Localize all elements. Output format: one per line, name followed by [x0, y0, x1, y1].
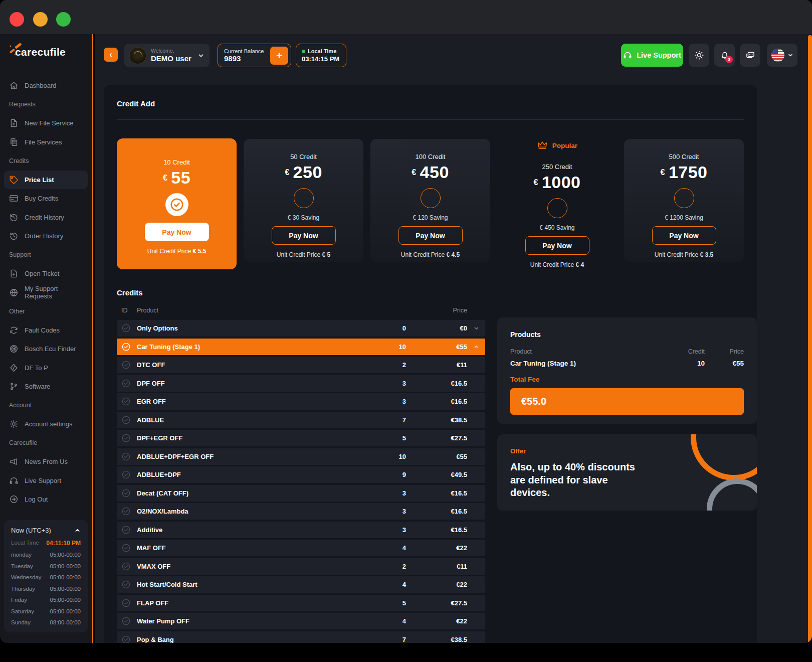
chevron-up-icon[interactable]: [74, 527, 81, 534]
nav-section-support: Support: [0, 246, 92, 265]
schedule-day: Friday: [11, 597, 27, 603]
sidebar-item-software[interactable]: Software: [0, 377, 92, 396]
sidebar-item-order-history[interactable]: Order History: [0, 227, 92, 246]
schedule-local-time-row: Local Time 04:11:10 PM: [11, 540, 81, 547]
credit-add-panel: Credit Add 10 Credit€55Pay NowUnit Credi…: [104, 85, 757, 643]
row-price: €38.5: [406, 636, 467, 643]
live-support-button[interactable]: Live Support: [621, 44, 683, 67]
table-row-flap-off[interactable]: FLAP OFF5€27.5: [117, 595, 485, 611]
sidebar-item-label: News From Us: [25, 458, 68, 465]
sidebar-item-bosch-ecu-finder[interactable]: Bosch Ecu Finder: [0, 340, 92, 359]
radio-circle[interactable]: [547, 198, 567, 218]
pay-now-button[interactable]: Pay Now: [652, 226, 716, 245]
radio-circle[interactable]: [674, 188, 694, 208]
page-title: Credit Add: [117, 99, 155, 108]
pay-now-button[interactable]: Pay Now: [272, 226, 336, 245]
row-product: ADBLUE: [137, 416, 361, 424]
schedule-day-row: Thursday05:00-00:00: [11, 586, 81, 592]
file-plus-icon: [9, 118, 19, 128]
summary-title: Products: [510, 330, 744, 339]
table-row-hot-start-cold-start[interactable]: Hot Start/Cold Start4€22: [117, 576, 485, 593]
schedule-hours: 05:00-00:00: [50, 552, 81, 558]
sidebar-collapse-button[interactable]: ‹: [104, 48, 118, 62]
language-selector[interactable]: [767, 44, 797, 67]
plan-saving: € 120 Saving: [413, 214, 448, 221]
row-product: Water Pump OFF: [137, 617, 361, 625]
table-row-egr-off[interactable]: EGR OFF3€16.5: [117, 393, 485, 410]
sidebar-item-df-to-p[interactable]: DF To P: [0, 359, 92, 378]
sidebar-item-dashboard[interactable]: Dashboard: [0, 76, 92, 95]
row-check-icon: [121, 360, 131, 370]
credit-plan-250-credit[interactable]: Popular250 Credit€1000€ 450 SavingPay No…: [497, 130, 617, 276]
plan-credits: 500 Credit: [669, 153, 699, 160]
sidebar-item-label: DF To P: [25, 364, 48, 372]
sidebar-item-file-services[interactable]: File Services: [0, 133, 92, 152]
radio-circle[interactable]: [421, 188, 441, 208]
pay-now-button[interactable]: Pay Now: [525, 236, 589, 255]
schedule-hours: 05:00-00:00: [50, 597, 81, 603]
schedule-title: Now (UTC+3): [11, 527, 51, 534]
sidebar-item-price-list[interactable]: Price List: [4, 171, 88, 190]
plan-unit-price: Unit Credit Price € 4: [530, 261, 584, 268]
row-check-icon: [121, 507, 131, 516]
row-product: VMAX OFF: [137, 563, 361, 570]
pay-now-button[interactable]: Pay Now: [398, 226, 463, 245]
table-row-additive[interactable]: Additive3€16.5: [117, 522, 485, 538]
summary-product: Car Tuning (Stage 1): [510, 360, 670, 367]
sidebar-item-credit-history[interactable]: Credit History: [0, 208, 92, 227]
user-menu[interactable]: Welcome, DEMO user: [124, 44, 210, 67]
plan-unit-price: Unit Credit Price € 5.5: [147, 248, 206, 255]
table-row-adblue[interactable]: ADBLUE7€38.5: [117, 412, 485, 428]
table-row-adblue-dpf-egr-off[interactable]: ADBLUE+DPF+EGR OFF10€55: [117, 448, 485, 465]
table-row-vmax-off[interactable]: VMAX OFF2€11: [117, 558, 485, 575]
app-logo[interactable]: carecufile: [0, 34, 92, 70]
headset-icon: [623, 51, 632, 60]
sidebar-item-live-support[interactable]: Live Support: [0, 471, 92, 490]
plan-unit-price: Unit Credit Price € 5: [277, 251, 330, 258]
plan-saving: € 450 Saving: [539, 224, 574, 231]
row-credit: 4: [361, 544, 406, 552]
sidebar-item-label: New File Service: [25, 119, 74, 127]
sidebar-item-new-file-service[interactable]: New File Service: [0, 114, 92, 133]
sidebar-item-open-ticket[interactable]: Open Ticket: [0, 264, 92, 283]
minimize-button[interactable]: [33, 12, 48, 27]
credit-plan-50-credit[interactable]: 50 Credit€250€ 30 SavingPay NowUnit Cred…: [244, 139, 363, 262]
row-check-icon: [121, 580, 131, 589]
plan-price: €1750: [660, 163, 707, 181]
sidebar-item-my-support-requests[interactable]: My Support Requests: [0, 283, 92, 302]
row-product: Hot Start/Cold Start: [137, 581, 361, 588]
theme-toggle-button[interactable]: [689, 44, 709, 67]
sidebar-item-fault-codes[interactable]: Fault Codes: [0, 321, 92, 340]
sidebar-item-news-from-us[interactable]: News From Us: [0, 452, 92, 471]
table-row-water-pump-off[interactable]: Water Pump OFF4€22: [117, 613, 485, 629]
offer-panel: Offer Also, up to 40% discounts are defi…: [497, 434, 757, 511]
table-row-o2-nox-lambda[interactable]: O2/NOX/Lambda3€16.5: [117, 503, 485, 520]
table-row-decat-cat-off[interactable]: Decat (CAT OFF)3€16.5: [117, 485, 485, 502]
products-summary-panel: Products Product Credit Price Car Tuning…: [497, 317, 757, 424]
table-row-pop-bang[interactable]: Pop & Bang7€38.5: [117, 631, 485, 643]
notifications-button[interactable]: 3: [714, 44, 735, 67]
table-row-maf-off[interactable]: MAF OFF4€22: [117, 540, 485, 556]
sidebar-item-buy-credits[interactable]: Buy Credits: [0, 189, 92, 208]
pay-now-button[interactable]: Pay Now: [145, 223, 209, 241]
row-check-icon: [121, 433, 131, 443]
credit-plan-10-credit[interactable]: 10 Credit€55Pay NowUnit Credit Price € 5…: [117, 138, 237, 269]
vertical-scrollbar[interactable]: [808, 35, 812, 643]
radio-circle[interactable]: [294, 188, 314, 208]
table-row-adblue-dpf[interactable]: ADBLUE+DPF9€49.5: [117, 466, 485, 483]
messages-button[interactable]: [740, 44, 760, 67]
table-row-only-options[interactable]: Only Options0€0: [117, 320, 485, 337]
sidebar-item-log-out[interactable]: Log Out: [0, 490, 92, 509]
close-button[interactable]: [10, 12, 24, 27]
content-area: ‹ Welcome, DEMO user Current Balance 989…: [95, 34, 812, 643]
table-row-car-tuning-stage-1[interactable]: Car Tuning (Stage 1)10€55: [117, 339, 485, 355]
add-credit-button[interactable]: +: [270, 47, 288, 65]
table-row-dtc-off[interactable]: DTC OFF2€11: [117, 357, 485, 373]
credit-plan-500-credit[interactable]: 500 Credit€1750€ 1200 SavingPay NowUnit …: [624, 139, 744, 262]
sidebar-item-label: My Support Requests: [25, 285, 83, 300]
table-row-dpf-egr-off[interactable]: DPF+EGR OFF5€27.5: [117, 430, 485, 446]
sidebar-item-account-settings[interactable]: Account settings: [0, 415, 92, 434]
table-row-dpf-off[interactable]: DPF OFF3€16.5: [117, 375, 485, 392]
zoom-button[interactable]: [56, 12, 71, 27]
credit-plan-100-credit[interactable]: 100 Credit€450€ 120 SavingPay NowUnit Cr…: [370, 139, 490, 262]
